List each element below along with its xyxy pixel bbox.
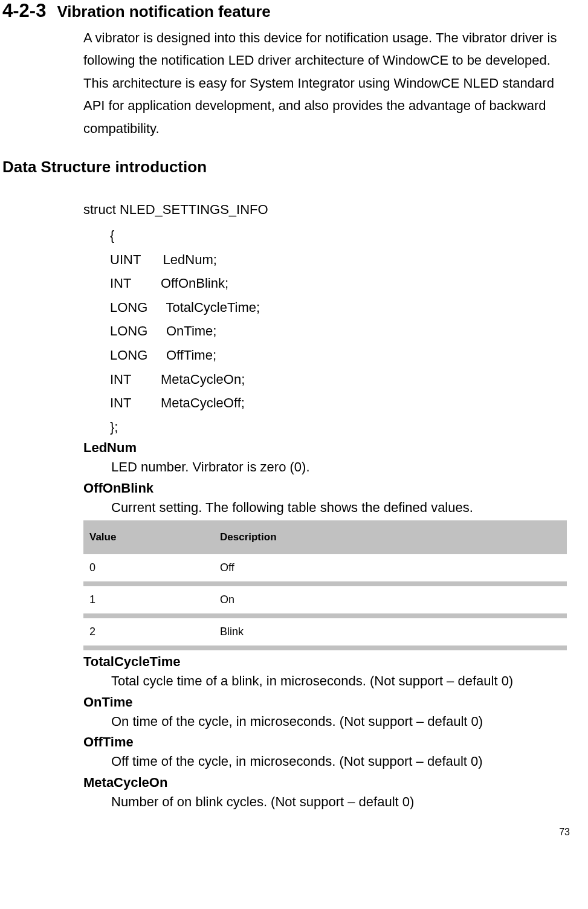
field-desc-offonblink: Current setting. The following table sho… [111, 496, 570, 520]
table-header-description: Description [214, 525, 567, 549]
table-cell-value: 2 [83, 618, 214, 645]
field-name-offtime: OffTime [83, 734, 570, 750]
table-row: 0 Off [83, 554, 567, 581]
struct-field: INT MetaCycleOff; [110, 391, 570, 415]
table-cell-value: 0 [83, 554, 214, 581]
struct-body: { UINT LedNum; INT OffOnBlink; LONG Tota… [110, 224, 570, 439]
struct-field: LONG TotalCycleTime; [110, 296, 570, 320]
table-cell-value: 1 [83, 586, 214, 613]
table-cell-description: On [214, 586, 567, 613]
values-table: Value Description 0 Off 1 On 2 B [83, 520, 567, 650]
struct-field: INT MetaCycleOn; [110, 367, 570, 392]
field-desc-offtime: Off time of the cycle, in microseconds. … [111, 750, 570, 774]
struct-open: { [110, 224, 570, 248]
struct-field: LONG OnTime; [110, 319, 570, 343]
field-name-totalcycletime: TotalCycleTime [83, 654, 570, 670]
struct-field: INT OffOnBlink; [110, 271, 570, 296]
section-number: 4-2-3 [2, 0, 46, 22]
page-number: 73 [2, 827, 570, 838]
field-name-metacycleon: MetaCycleOn [83, 775, 570, 791]
field-desc-ontime: On time of the cycle, in microseconds. (… [111, 710, 570, 734]
section-title: Vibration notification feature [57, 2, 270, 21]
table-cell-description: Off [214, 554, 567, 581]
field-name-offonblink: OffOnBlink [83, 480, 570, 496]
field-desc-totalcycletime: Total cycle time of a blink, in microsec… [111, 670, 570, 693]
table-header-value: Value [83, 525, 214, 549]
subsection-title: Data Structure introduction [2, 158, 570, 176]
field-name-lednum: LedNum [83, 440, 570, 456]
table-row: 2 Blink [83, 618, 567, 645]
struct-name: struct NLED_SETTINGS_INFO [83, 202, 570, 218]
field-desc-lednum: LED number. Virbrator is zero (0). [111, 456, 570, 479]
section-header: 4-2-3 Vibration notification feature [2, 0, 570, 22]
table-row: 1 On [83, 586, 567, 613]
field-desc-metacycleon: Number of on blink cycles. (Not support … [111, 791, 570, 814]
struct-field: UINT LedNum; [110, 248, 570, 272]
table-cell-description: Blink [214, 618, 567, 645]
content-body: struct NLED_SETTINGS_INFO { UINT LedNum;… [83, 202, 570, 814]
field-name-ontime: OnTime [83, 694, 570, 710]
struct-close: }; [110, 415, 570, 439]
table-header-row: Value Description [83, 525, 567, 549]
struct-field: LONG OffTime; [110, 343, 570, 367]
section-intro: A vibrator is designed into this device … [83, 27, 570, 140]
